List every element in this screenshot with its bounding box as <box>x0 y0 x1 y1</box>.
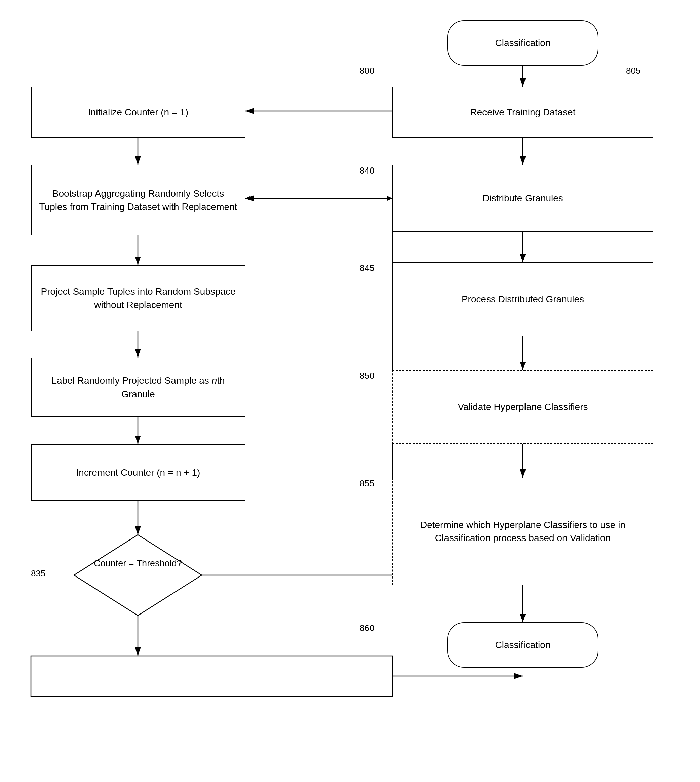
validate-hyperplane-node: Validate Hyperplane Classifiers <box>392 370 653 444</box>
flowchart-diagram: 800 805 810 815 820 825 830 835 840 845 … <box>0 0 700 782</box>
increment-counter-node: Increment Counter (n = n + 1) <box>31 444 245 501</box>
diamond-label: Counter = Threshold? <box>74 558 202 569</box>
label-800: 800 <box>360 65 374 76</box>
receive-training-node: Receive Training Dataset <box>392 87 653 138</box>
classification-top-node: Classification <box>447 20 598 65</box>
determine-hyperplane-node: Determine which Hyperplane Classifiers t… <box>392 478 653 585</box>
process-distributed-node: Process Distributed Granules <box>392 262 653 336</box>
bootstrap-node: Bootstrap Aggregating Randomly Selects T… <box>31 165 245 236</box>
label-835: 835 <box>31 568 45 579</box>
label-805: 805 <box>626 65 640 76</box>
label-855: 855 <box>360 478 374 489</box>
label-850: 850 <box>360 371 374 381</box>
distribute-granules-node: Distribute Granules <box>392 165 653 232</box>
label-860: 860 <box>360 623 374 633</box>
svg-marker-22 <box>245 196 250 201</box>
svg-rect-14 <box>31 656 392 696</box>
svg-marker-23 <box>387 196 392 201</box>
initialize-counter-node: Initialize Counter (n = 1) <box>31 87 245 138</box>
label-845: 845 <box>360 263 374 274</box>
label-840: 840 <box>360 165 374 176</box>
svg-marker-9 <box>74 535 202 615</box>
classification-bottom-node: Classification <box>447 622 598 668</box>
label-granule-node: Label Randomly Projected Sample as nth G… <box>31 358 245 417</box>
project-sample-node: Project Sample Tuples into Random Subspa… <box>31 265 245 331</box>
